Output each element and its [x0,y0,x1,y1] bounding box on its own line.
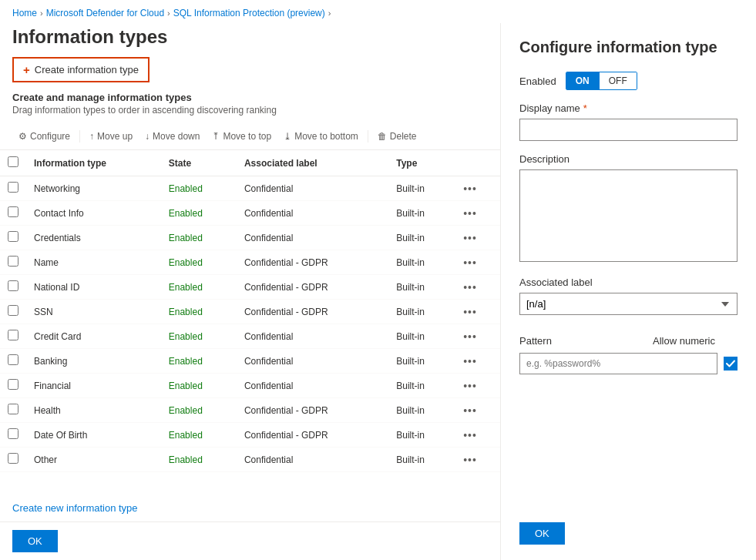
row-state: Enabled [161,275,237,300]
pattern-row [519,353,738,374]
row-name: Networking [26,176,161,201]
row-options-button[interactable]: ••• [463,404,477,417]
row-checkbox[interactable] [8,256,18,267]
configure-panel-title: Configure information type [519,39,738,56]
row-state: Enabled [161,226,237,250]
col-header-name: Information type [26,150,161,176]
row-state: Enabled [161,201,237,226]
row-label: Confidential [237,176,388,201]
breadcrumb-sql[interactable]: SQL Information Protection (preview) [173,8,325,18]
right-panel: Configure information type Enabled ON OF… [501,23,756,560]
move-down-icon: ↓ [145,131,150,142]
allow-numeric-checkbox[interactable] [724,357,738,371]
row-label: Confidential - GDPR [237,250,388,275]
toggle-control[interactable]: ON OFF [566,72,637,90]
row-checkbox[interactable] [8,305,18,316]
bottom-link-area: Create new information type [0,495,500,521]
information-types-table: Information type State Associated label … [0,150,500,472]
row-checkbox[interactable] [8,428,18,439]
row-options-button[interactable]: ••• [463,207,477,220]
configure-button[interactable]: ⚙ Configure [12,128,76,145]
row-checkbox[interactable] [8,330,18,340]
toolbar-separator [79,130,80,143]
table-row: Date Of Birth Enabled Confidential - GDP… [0,423,500,448]
associated-label-select[interactable]: [n/a] [519,293,738,315]
row-state: Enabled [161,349,237,374]
description-area: Create and manage information types Drag… [0,92,500,123]
description-textarea[interactable] [519,169,738,262]
breadcrumb-home[interactable]: Home [12,8,37,18]
toggle-on[interactable]: ON [566,72,599,89]
row-options-button[interactable]: ••• [463,306,477,318]
row-checkbox[interactable] [8,354,18,365]
row-options-button[interactable]: ••• [463,183,477,195]
select-all-checkbox[interactable] [8,156,18,167]
row-label: Confidential [237,374,388,398]
table-row: Credit Card Enabled Confidential Built-i… [0,324,500,349]
ok-button-left[interactable]: OK [12,530,58,552]
row-options-button[interactable]: ••• [463,355,477,367]
ok-button-right[interactable]: OK [519,522,565,545]
row-type: Built-in [388,448,455,472]
toggle-off[interactable]: OFF [599,72,637,89]
row-type: Built-in [388,300,455,324]
row-type: Built-in [388,324,455,349]
row-state: Enabled [161,374,237,398]
row-name: Financial [26,374,161,398]
row-type: Built-in [388,349,455,374]
col-header-state: State [161,150,237,176]
plus-icon: + [23,63,30,76]
row-checkbox[interactable] [8,231,18,242]
table-row: Other Enabled Confidential Built-in ••• [0,448,500,472]
table-row: Contact Info Enabled Confidential Built-… [0,201,500,226]
desc-title: Create and manage information types [12,92,488,103]
row-options-button[interactable]: ••• [463,232,477,244]
table-row: Financial Enabled Confidential Built-in … [0,374,500,398]
move-to-top-icon: ⤒ [212,131,220,142]
row-checkbox[interactable] [8,182,18,193]
row-checkbox[interactable] [8,280,18,291]
row-type: Built-in [388,250,455,275]
delete-icon: 🗑 [378,131,387,142]
row-options-button[interactable]: ••• [463,257,477,269]
move-down-button[interactable]: ↓ Move down [139,128,206,145]
move-up-button[interactable]: ↑ Move up [83,128,139,145]
col-header-type: Type [388,150,455,176]
col-header-label: Associated label [237,150,388,176]
row-type: Built-in [388,374,455,398]
row-options-button[interactable]: ••• [463,281,477,293]
row-label: Confidential [237,349,388,374]
enabled-row: Enabled ON OFF [519,72,738,90]
row-options-button[interactable]: ••• [463,330,477,343]
table-area: Information type State Associated label … [0,150,500,495]
display-name-input[interactable] [519,119,738,141]
associated-label-group: Associated label [n/a] [519,277,738,315]
row-checkbox[interactable] [8,404,18,414]
move-to-bottom-icon: ⤓ [284,131,291,142]
create-new-information-type-link[interactable]: Create new information type [12,502,138,514]
required-star: * [583,102,587,114]
row-name: National ID [26,275,161,300]
pattern-input[interactable] [519,353,717,374]
move-to-top-button[interactable]: ⤒ Move to top [206,128,277,145]
row-label: Confidential - GDPR [237,398,388,423]
row-state: Enabled [161,398,237,423]
row-options-button[interactable]: ••• [463,380,477,392]
row-options-button[interactable]: ••• [463,429,477,441]
breadcrumb: Home › Microsoft Defender for Cloud › SQ… [0,0,756,23]
description-label: Description [519,153,738,165]
create-information-type-button[interactable]: + Create information type [12,57,150,82]
move-to-bottom-button[interactable]: ⤓ Move to bottom [277,128,365,145]
delete-button[interactable]: 🗑 Delete [371,128,423,145]
row-checkbox[interactable] [8,379,18,390]
row-checkbox[interactable] [8,453,18,464]
pattern-section: Pattern Allow numeric [519,335,738,374]
enabled-label: Enabled [519,75,556,87]
ok-bar-left: OK [0,521,500,560]
row-checkbox[interactable] [8,206,18,217]
row-options-button[interactable]: ••• [463,454,477,466]
row-type: Built-in [388,423,455,448]
row-name: Banking [26,349,161,374]
row-label: Confidential - GDPR [237,423,388,448]
breadcrumb-defender[interactable]: Microsoft Defender for Cloud [46,8,164,18]
